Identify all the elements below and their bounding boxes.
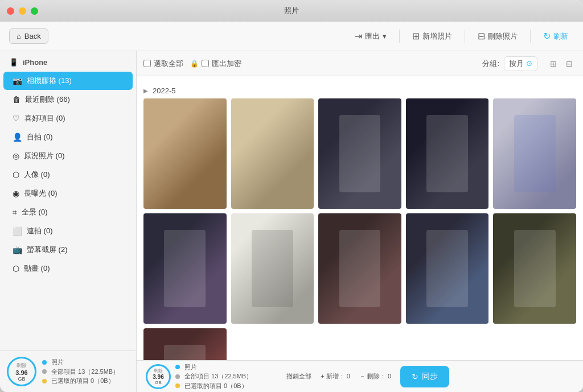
portrait-label: 人像 (0) [24,170,50,180]
list-view-button[interactable]: ⊟ [563,57,576,70]
fullscreen-button[interactable] [31,7,38,15]
photo-thumb-9[interactable] [406,213,489,324]
export-dropdown-icon[interactable]: ▾ [383,32,387,40]
heart-icon: ♡ [13,114,20,123]
title-bar: 照片 [0,0,583,22]
export-icon: ⇥ [355,31,362,42]
photo-thumb-8[interactable] [318,213,401,324]
refresh-label: 刷新 [553,31,568,42]
select-all-label: 選取全部 [154,59,183,69]
total-info: 全部項目 13（22.5MB） [51,367,119,377]
photo-thumb-1[interactable] [143,98,227,209]
photo-thumb-2[interactable] [231,98,314,209]
device-name: iPhone [23,58,47,67]
delete-photo-button[interactable]: ⊟ 刪除照片 [472,28,523,44]
photo-grid-2022-5 [143,98,576,360]
sidebar-item-long-exposure[interactable]: ◉ 長曝光 (0) [3,184,133,203]
add-photo-label: 新增照片 [422,31,452,42]
sidebar-item-animated[interactable]: ⬡ 動畫 (0) [3,259,133,278]
bottom-storage-info: 照片 全部項目 13（22.5MB） 已選取的項目 0（0B） [175,362,252,391]
refresh-button[interactable]: ↻ 刷新 [537,28,574,44]
sidebar-item-panorama[interactable]: ⌗ 全景 (0) [3,203,133,221]
sidebar-item-live-photos[interactable]: ◎ 原況照片 (0) [3,147,133,165]
screenshot-icon: 📺 [13,245,22,254]
storage-amount: 3.96 [15,369,27,376]
export-button[interactable]: ⇥ 匯出 ▾ [349,28,392,44]
sync-icon: ↻ [412,372,418,381]
photo-thumb-3[interactable] [318,98,401,209]
bottom-stats: 撤銷全部 + 新增： 0 － 刪除： 0 [286,372,391,381]
person-icon: 👤 [13,133,22,142]
recently-deleted-label: 最近刪除 (66) [25,94,70,105]
group-label: 分組: [482,59,499,69]
select-all-input[interactable] [143,60,151,67]
trash-icon: 🗑 [13,95,20,104]
sidebar-item-favorites[interactable]: ♡ 喜好項目 (0) [3,109,133,127]
photo-content-3 [318,98,401,209]
burst-icon: ⬜ [13,226,22,236]
photo-content-2 [231,98,314,209]
sidebar-item-camera-roll[interactable]: 📷 相機膠捲 (13) [3,72,133,90]
photo-thumb-4[interactable] [406,98,489,209]
add-photo-button[interactable]: ⊞ 新增照片 [407,28,458,44]
panorama-label: 全景 (0) [22,207,48,217]
selfies-label: 自拍 (0) [27,132,53,142]
animated-icon: ⬡ [13,264,19,273]
select-all-checkbox[interactable]: 選取全部 [143,59,183,69]
sidebar-item-recently-deleted[interactable]: 🗑 最近刪除 (66) [3,90,133,109]
separator [399,30,400,43]
bottom-selected-dot [175,383,180,388]
device-icon: 📱 [9,58,18,67]
photo-thumb-6[interactable] [143,213,227,324]
back-label: Back [24,32,41,40]
sidebar-item-screenshots[interactable]: 📺 螢幕截屏 (2) [3,241,133,259]
close-button[interactable] [7,7,14,15]
refresh-icon: ↻ [543,31,551,42]
sidebar-items: 📷 相機膠捲 (13) 🗑 最近刪除 (66) ♡ 喜好項目 (0) 👤 自拍 … [0,71,136,350]
camera-roll-icon: 📷 [13,76,22,85]
total-dot [42,369,47,374]
camera-roll-label: 相機膠捲 (13) [27,76,72,86]
grid-view-button[interactable]: ⊞ [547,57,560,70]
portrait-icon: ⬡ [13,170,19,179]
export-encrypted-label[interactable]: 🔒 匯出加密 [190,59,241,69]
sidebar: 📱 iPhone 📷 相機膠捲 (13) 🗑 最近刪除 (66) ♡ 喜好項目 … [0,51,137,392]
add-label: + 新增： [321,373,344,379]
group-dropdown[interactable]: 按月 ⊙ [504,56,537,71]
back-button[interactable]: ⌂ Back [9,28,48,44]
separator3 [530,30,531,43]
sidebar-item-portrait[interactable]: ⬡ 人像 (0) [3,166,133,184]
clear-all[interactable]: 撤銷全部 [286,372,311,381]
photo-grid-container[interactable]: ▶ 2022-5 [137,76,583,360]
photo-thumb-5[interactable] [493,98,576,209]
lock-icon: 🔒 [190,60,199,68]
panorama-icon: ⌗ [13,208,17,217]
export-label: 匯出 [365,31,380,42]
add-count: + 新增： 0 [321,372,350,381]
photo-thumb-11[interactable] [143,328,227,360]
export-encrypted-input[interactable] [202,60,209,67]
storage-info: 照片 全部項目 13（22.5MB） 已選取的項目 0（0B） [42,357,119,386]
bottom-total-dot [175,374,180,379]
window-title: 照片 [284,6,299,16]
sidebar-item-burst[interactable]: ⬜ 連拍 (0) [3,222,133,240]
sidebar-item-selfies[interactable]: 👤 自拍 (0) [3,128,133,146]
bottom-selected-row: 已選取的項目 0（0B） [175,381,252,391]
bottom-bar: 剩餘 3.96 GB 照片 全部項目 13（22.5MB） 已選 [137,360,583,392]
photo-content-9 [406,213,489,324]
storage-info-total: 全部項目 13（22.5MB） [42,367,119,377]
burst-label: 連拍 (0) [27,226,53,236]
photo-thumb-10[interactable] [493,213,576,324]
bottom-total-label: 全部項目 13（22.5MB） [184,372,252,381]
group-value: 按月 [509,59,524,69]
bottom-photos-label: 照片 [184,362,197,372]
minimize-button[interactable] [19,7,26,15]
section-header-2022-5: ▶ 2022-5 [143,83,576,98]
sync-button[interactable]: ↻ 同步 [400,366,449,387]
main-toolbar: 選取全部 🔒 匯出加密 分組: 按月 ⊙ ⊞ ⊟ [137,51,583,76]
photo-content-11 [143,328,227,360]
section-arrow-2022-5[interactable]: ▶ [143,88,148,94]
photo-content-6 [143,213,227,324]
separator2 [465,30,465,43]
photo-thumb-7[interactable] [231,213,314,324]
